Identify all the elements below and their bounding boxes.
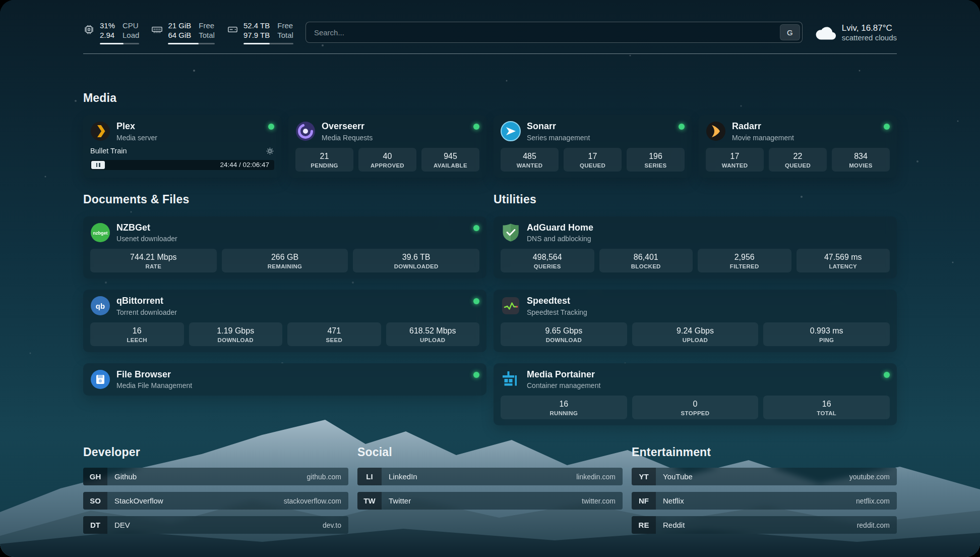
bookmark-name: Github — [114, 472, 137, 481]
bookmark-youtube[interactable]: YTYouTubeyoutube.com — [632, 468, 897, 485]
plex-icon — [90, 121, 110, 141]
stat-label: STOPPED — [634, 410, 757, 416]
stat-label: DOWNLOADED — [355, 263, 477, 269]
bookmark-twitter[interactable]: TWTwittertwitter.com — [357, 492, 623, 510]
topbar: 31% 2.94 CPU Load — [83, 19, 897, 45]
dashboard-page: 31% 2.94 CPU Load — [83, 0, 897, 557]
stat-upload: 618.52 MbpsUPLOAD — [386, 322, 480, 346]
service-subtitle: Media server — [116, 134, 157, 142]
service-card-header: SpeedtestSpeedtest Tracking — [501, 296, 890, 316]
stat-value: 196 — [629, 151, 683, 161]
adguard-icon — [501, 222, 521, 243]
bookmark-reddit[interactable]: RERedditreddit.com — [632, 516, 897, 534]
stat-value: 17 — [708, 151, 762, 161]
stat-value: 744.21 Mbps — [92, 252, 215, 262]
disk-usage-bar-fill — [243, 43, 270, 44]
stat-label: APPROVED — [360, 162, 414, 169]
service-card-plex[interactable]: PlexMedia serverBullet Train24:44 / 02:0… — [83, 115, 281, 178]
stat-running: 16RUNNING — [501, 396, 627, 419]
service-card-speedtest[interactable]: SpeedtestSpeedtest Tracking9.65 GbpsDOWN… — [494, 290, 897, 352]
stat-value: 16 — [92, 326, 182, 336]
cpu-widget: 31% 2.94 CPU Load — [83, 21, 139, 44]
stat-value: 86,401 — [601, 252, 691, 262]
stat-value: 1.19 Gbps — [191, 326, 281, 336]
service-name: Overseerr — [322, 121, 373, 132]
bookmark-url: netflix.com — [856, 497, 890, 505]
weather-location: Lviv, 16.87°C — [842, 23, 897, 33]
service-titles: SonarrSeries management — [527, 121, 590, 142]
search-bar: G — [305, 22, 803, 43]
search-input[interactable] — [306, 28, 780, 37]
service-subtitle: Speedtest Tracking — [527, 308, 587, 316]
media-cards-row: PlexMedia serverBullet Train24:44 / 02:0… — [83, 115, 897, 178]
filebrowser-icon — [90, 369, 110, 389]
status-dot — [884, 124, 890, 130]
service-subtitle: Container management — [527, 381, 600, 389]
stat-label: QUEUED — [771, 162, 825, 169]
stat-upload: 9.24 GbpsUPLOAD — [632, 322, 759, 346]
service-card-radarr[interactable]: RadarrMovie management17WANTED22QUEUED83… — [699, 115, 897, 178]
playback-progress-bar[interactable]: 24:44 / 02:06:47 — [90, 160, 274, 170]
memory-total-value: 64 GiB — [168, 30, 191, 40]
bookmark-dev[interactable]: DTDEVdev.to — [83, 516, 348, 534]
disk-icon — [227, 24, 238, 35]
bookmark-url: youtube.com — [849, 473, 890, 481]
stat-filtered: 2,956FILTERED — [698, 249, 791, 272]
cpu-icon — [83, 24, 95, 35]
stat-leech: 16LEECH — [90, 322, 184, 346]
section-title-utilities: Utilities — [494, 193, 897, 206]
memory-total-label: Total — [199, 30, 215, 40]
bookmark-github[interactable]: GHGithubgithub.com — [83, 468, 348, 485]
bookmark-stackoverflow[interactable]: SOStackOverflowstackoverflow.com — [83, 492, 348, 510]
service-card-overseerr[interactable]: OverseerrMedia Requests21PENDING40APPROV… — [288, 115, 486, 178]
stat-label: SERIES — [629, 162, 683, 169]
qbittorrent-icon: qb — [90, 296, 110, 316]
search-provider-button[interactable]: G — [780, 24, 800, 40]
status-dot — [473, 124, 479, 130]
settings-gear-icon[interactable] — [266, 147, 274, 155]
stat-label: UPLOAD — [634, 337, 757, 343]
section-title-media: Media — [83, 91, 897, 105]
stat-value: 618.52 Mbps — [388, 326, 478, 336]
svg-text:nzbget: nzbget — [93, 230, 108, 235]
bookmark-url: stackoverflow.com — [284, 497, 341, 505]
stat-label: TOTAL — [765, 410, 888, 416]
service-card-file-browser[interactable]: File BrowserMedia File Management — [83, 363, 486, 396]
service-card-qbittorrent[interactable]: qbqBittorrentTorrent downloader16LEECH1.… — [83, 290, 486, 352]
status-dot — [473, 298, 479, 304]
bookmark-abbr: DT — [83, 516, 107, 534]
svg-text:qb: qb — [96, 302, 105, 310]
bookmark-name: YouTube — [663, 472, 693, 481]
header-divider — [83, 53, 897, 54]
service-card-adguard-home[interactable]: AdGuard HomeDNS and adblocking498,564QUE… — [494, 216, 897, 279]
stat-movies: 834MOVIES — [832, 148, 890, 172]
playback-time: 24:44 / 02:06:47 — [220, 161, 273, 169]
service-name: Plex — [116, 121, 157, 132]
bookmark-name: Netflix — [663, 496, 684, 505]
stat-available: 945AVAILABLE — [421, 148, 479, 172]
service-stats: 9.65 GbpsDOWNLOAD9.24 GbpsUPLOAD0.993 ms… — [501, 322, 890, 346]
status-dot — [679, 124, 685, 130]
stat-label: RATE — [92, 263, 215, 269]
service-subtitle: Media File Management — [116, 381, 192, 389]
stat-value: 0.993 ms — [765, 326, 888, 336]
cpu-load-value: 2.94 — [100, 30, 115, 40]
bookmark-name: LinkedIn — [389, 472, 417, 481]
stat-value: 471 — [289, 326, 379, 336]
bookmark-linkedin[interactable]: LILinkedInlinkedin.com — [357, 468, 623, 485]
stat-value: 17 — [566, 151, 620, 161]
service-name: NZBGet — [116, 222, 177, 234]
service-card-nzbget[interactable]: nzbgetNZBGetUsenet downloader744.21 Mbps… — [83, 216, 486, 279]
bookmark-netflix[interactable]: NFNetflixnetflix.com — [632, 492, 897, 510]
overseerr-icon — [295, 121, 316, 141]
service-card-header: OverseerrMedia Requests — [295, 121, 479, 142]
links-group-social: SocialLILinkedInlinkedin.comTWTwittertwi… — [357, 445, 623, 540]
service-stats: 485WANTED17QUEUED196SERIES — [501, 148, 685, 172]
service-card-sonarr[interactable]: SonarrSeries management485WANTED17QUEUED… — [494, 115, 692, 178]
sonarr-icon — [501, 121, 521, 141]
status-dot — [473, 372, 479, 378]
bookmark-abbr: NF — [632, 492, 656, 510]
pause-icon[interactable] — [91, 161, 105, 169]
service-card-header: PlexMedia server — [90, 121, 274, 142]
service-card-media-portainer[interactable]: Media PortainerContainer management16RUN… — [494, 363, 897, 426]
